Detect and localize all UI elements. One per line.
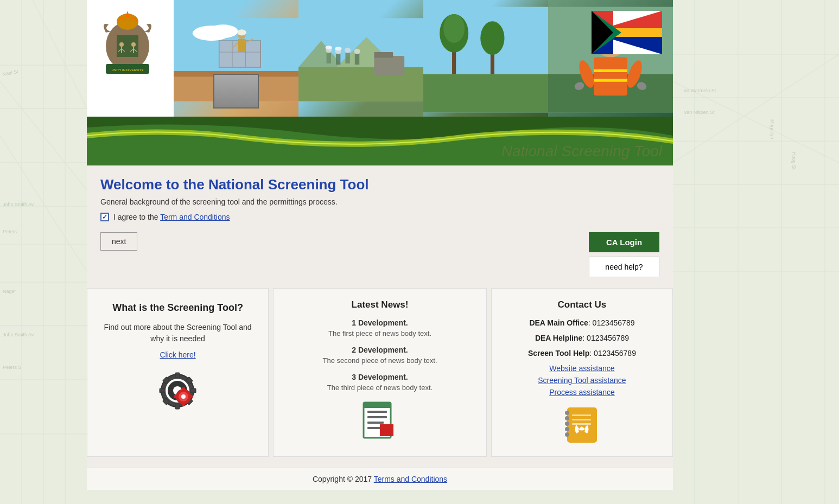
footer: Copyright © 2017 Terms and Conditions: [87, 468, 673, 490]
svg-text:Peters: Peters: [3, 229, 17, 234]
svg-point-74: [325, 46, 332, 49]
contact-helpline-number: : 0123456789: [582, 334, 629, 342]
welcome-title: Welcome to the National Screening Tool: [100, 176, 659, 193]
svg-rect-84: [374, 52, 393, 58]
svg-point-134: [565, 427, 569, 431]
coat-of-arms: UNITY IN DIVERSITY: [98, 5, 157, 76]
news-title: Latest News!: [284, 299, 475, 310]
svg-line-26: [673, 54, 839, 163]
svg-text:Nael St: Nael St: [2, 69, 19, 77]
svg-text:John Smith Av: John Smith Av: [3, 202, 34, 207]
svg-rect-108: [190, 388, 196, 393]
svg-point-49: [131, 42, 136, 47]
col-contact: Contact Us DEA Main Office: 0123456789 D…: [491, 288, 673, 457]
gear-icon-wrapper: [98, 371, 257, 411]
svg-text:Magazyn: Magazyn: [770, 119, 775, 139]
photo-tree: [423, 0, 548, 119]
news-icon-wrapper: [284, 400, 475, 443]
svg-rect-82: [355, 54, 359, 65]
terms-text: I agree to the Term and Conditions: [113, 213, 230, 221]
svg-rect-128: [364, 403, 391, 408]
right-buttons: CA Login need help?: [589, 232, 659, 277]
svg-rect-136: [572, 414, 591, 416]
click-here-link[interactable]: Click here!: [160, 350, 195, 359]
svg-rect-98: [594, 69, 627, 72]
svg-rect-119: [182, 402, 185, 406]
photo-workers-group: [298, 0, 423, 119]
news-item-2-title: 2 Development.: [284, 346, 475, 354]
contact-helpline: DEA Helpline: 0123456789: [503, 334, 662, 342]
svg-text:Nager: Nager: [3, 289, 16, 294]
sa-flag: [592, 11, 662, 54]
contact-screen-tool: Screen Tool Help: 0123456789: [503, 349, 662, 358]
svg-rect-86: [423, 74, 548, 113]
svg-point-81: [354, 49, 360, 54]
svg-rect-65: [238, 39, 245, 52]
svg-point-122: [181, 394, 186, 399]
svg-rect-59: [174, 71, 298, 76]
phone-icon: [564, 405, 600, 445]
need-help-button[interactable]: need help?: [589, 257, 659, 277]
contact-helpline-label: DEA Helpline: [535, 334, 582, 342]
next-button[interactable]: next: [100, 232, 137, 251]
news-item-3: 3 Development. The third piece of news b…: [284, 373, 475, 392]
news-item-2-body: The second piece of news body text.: [284, 356, 475, 365]
welcome-subtitle: General background of the screening tool…: [100, 197, 659, 206]
website-assistance-link[interactable]: Website assistance: [503, 364, 662, 373]
svg-rect-120: [174, 395, 178, 398]
svg-point-133: [565, 422, 569, 426]
svg-point-135: [565, 432, 569, 437]
three-columns: What is the Screening Tool? Find out mor…: [87, 288, 673, 468]
phone-icon-wrapper: [503, 405, 662, 445]
screening-tool-description: Find out more about the Screening Tool a…: [98, 322, 257, 344]
news-item-3-title: 3 Development.: [284, 373, 475, 381]
svg-text:an Warmelo St: an Warmelo St: [684, 88, 716, 93]
header: UNITY IN DIVERSITY: [87, 0, 673, 165]
site-title: National Screening Tool: [501, 143, 662, 160]
terms-link[interactable]: Term and Conditions: [160, 213, 230, 221]
svg-rect-118: [182, 387, 185, 391]
svg-rect-80: [345, 53, 349, 63]
svg-line-24: [33, 0, 87, 109]
svg-rect-75: [327, 53, 331, 63]
svg-text:Peters S: Peters S: [3, 365, 22, 370]
svg-point-131: [565, 411, 569, 415]
svg-rect-129: [380, 424, 393, 436]
svg-text:John Smith Av: John Smith Av: [3, 332, 34, 337]
svg-point-132: [565, 416, 569, 420]
col-screening-tool: What is the Screening Tool? Find out mor…: [87, 288, 269, 457]
header-photos: [87, 0, 673, 119]
contact-main-office-number: : 0123456789: [588, 318, 635, 327]
svg-rect-125: [367, 416, 387, 418]
svg-point-45: [119, 42, 124, 47]
svg-rect-70: [298, 67, 423, 101]
page-wrapper: UNITY IN DIVERSITY: [87, 0, 673, 490]
svg-point-91: [480, 21, 504, 55]
svg-rect-105: [175, 373, 180, 378]
news-item-1: 1 Development. The first piece of news b…: [284, 318, 475, 337]
screening-tool-assistance-link[interactable]: Screening Tool assistance: [503, 376, 662, 385]
footer-terms-link[interactable]: Terms and Conditions: [374, 475, 447, 483]
process-assistance-link[interactable]: Process assistance: [503, 388, 662, 397]
terms-checkbox[interactable]: [100, 213, 109, 221]
news-item-1-body: The first piece of news body text.: [284, 329, 475, 337]
svg-rect-83: [374, 56, 404, 75]
svg-rect-106: [175, 404, 180, 409]
ca-login-button[interactable]: CA Login: [589, 232, 659, 252]
svg-rect-138: [572, 423, 591, 425]
svg-point-57: [208, 24, 238, 38]
screening-tool-title: What is the Screening Tool?: [98, 302, 257, 314]
contact-title: Contact Us: [503, 299, 662, 310]
svg-rect-58: [174, 75, 298, 101]
svg-point-68: [237, 29, 246, 35]
col-news: Latest News! 1 Development. The first pi…: [273, 288, 487, 457]
svg-rect-121: [189, 395, 193, 398]
svg-rect-137: [572, 419, 591, 420]
svg-rect-124: [367, 411, 387, 413]
svg-rect-126: [367, 422, 384, 424]
svg-rect-130: [567, 407, 597, 443]
main-content: Welcome to the National Screening Tool G…: [87, 165, 673, 288]
svg-rect-40: [117, 35, 138, 57]
svg-rect-78: [336, 54, 340, 65]
svg-text:Van Nispen St: Van Nispen St: [684, 110, 715, 115]
